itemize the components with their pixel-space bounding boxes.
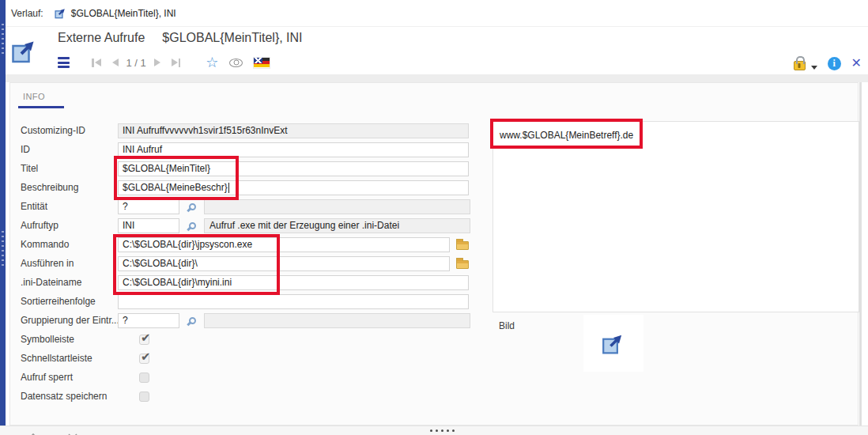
form-row: Sortierreihenfolge [21,292,495,311]
splitter-grip-dots[interactable] [430,429,455,432]
field-label: Beschreibung [21,182,118,193]
search-icon[interactable] [189,222,196,229]
vertical-scrollbar[interactable] [859,82,862,426]
form-row: Kommando C:\$GLOBAL{dir}\jpsyscon.exe [21,235,495,254]
first-record-button[interactable] [90,57,103,69]
datensatz-speichern-checkbox[interactable] [139,392,149,402]
external-link-icon [55,7,66,19]
field-label: Symbolleiste [21,334,118,345]
form-row: Datensatz speichern [21,387,495,406]
field-label: Aufruftyp [21,220,118,231]
toolbar: 1 / 1 ☆ [58,53,270,72]
header-separator [6,74,868,82]
bild-image-field[interactable] [583,315,643,372]
chevron-up-icon[interactable] [28,428,38,435]
record-header: Externe Aufrufe $GLOBAL{MeinTitel}, INI … [6,27,868,74]
id-input[interactable]: INI Aufruf [118,142,469,157]
history-item[interactable]: $GLOBAL{MeinTitel}, INI [55,7,176,19]
ausfuehren-in-input[interactable]: C:\$GLOBAL{dir}\ [118,256,450,271]
language-flag-icon[interactable] [254,58,270,68]
form-row: Schnellstartleiste ✔ [21,349,495,368]
field-label: Kommando [21,239,118,250]
customizing-id-input[interactable]: INI Aufruffvvvvvvh1svir1f515r63nInvExt [118,123,469,138]
record-form-panel: INFO Customizing-ID INI Aufruffvvvvvvh1s… [9,82,859,426]
info-icon[interactable]: i [828,57,841,70]
header-right-icons: i ✕ [794,54,862,70]
field-label: Datensatz speichern [21,391,118,402]
form-row: ID INI Aufruf [21,140,495,159]
field-label: Gruppierung der Eintr... [21,315,118,326]
entity-type-title: Externe Aufrufe [58,31,145,45]
field-label: Sortierreihenfolge [21,296,118,307]
page-title: Externe Aufrufe $GLOBAL{MeinTitel}, INI [58,31,303,45]
splitter-grip[interactable] [2,24,4,55]
lock-button[interactable] [794,55,817,70]
chevron-down-icon[interactable] [68,428,77,435]
search-icon[interactable] [189,317,196,324]
preview-eye-icon[interactable] [229,59,243,67]
form-row: .ini-Dateiname C:\$GLOBAL{dir}\myini.ini [21,273,495,292]
record-pager: 1 / 1 [126,57,146,69]
form-row: Titel $GLOBAL{MeinTitel} [21,159,495,178]
search-icon[interactable] [189,203,196,210]
lock-dropdown-caret[interactable] [811,66,817,70]
field-label: Titel [21,163,118,174]
tab-info[interactable]: INFO [23,92,45,101]
gruppierung-detail-field [204,313,470,328]
form-row: Gruppierung der Eintr... ? [21,311,495,330]
titel-input[interactable]: $GLOBAL{MeinTitel} [118,161,469,176]
entitaet-input[interactable]: ? [118,199,179,214]
form-row: Ausführen in C:\$GLOBAL{dir}\ [21,254,495,273]
schnellstartleiste-checkbox[interactable]: ✔ [139,354,149,364]
parameter-text: www.$GLOBAL{MeinBetreff}.de [500,130,633,141]
external-link-icon [602,331,625,355]
form-row: Beschreibung $GLOBAL{MeineBeschr} [21,178,495,197]
splitter-grip[interactable] [2,231,4,266]
gruppierung-input[interactable]: ? [118,313,179,328]
close-icon[interactable]: ✕ [851,57,862,70]
active-tab-underline [18,106,64,108]
text-cursor [228,183,229,193]
app-window: Verlauf: $GLOBAL{MeinTitel}, INI Externe… [0,0,868,435]
kommando-input[interactable]: C:\$GLOBAL{dir}\jpsyscon.exe [118,237,450,252]
ini-dateiname-input[interactable]: C:\$GLOBAL{dir}\myini.ini [118,275,469,290]
aufruftyp-input[interactable]: INI [118,218,179,233]
form-fields: Customizing-ID INI Aufruffvvvvvvh1svir1f… [21,121,495,406]
favorite-star-icon[interactable]: ☆ [206,55,218,70]
history-bar: Verlauf: $GLOBAL{MeinTitel}, INI [6,0,868,27]
form-row: Customizing-ID INI Aufruffvvvvvvh1svir1f… [21,121,495,140]
field-label: Aufruf sperrt [21,372,118,383]
bild-label: Bild [499,320,515,331]
aufruf-sperrt-checkbox[interactable] [139,373,149,383]
sortierreihenfolge-input[interactable] [118,294,469,309]
folder-browse-icon[interactable] [456,241,469,250]
previous-record-button[interactable] [111,57,120,68]
record-title: $GLOBAL{MeinTitel}, INI [162,31,302,45]
form-row: Symbolleiste ✔ [21,330,495,349]
entitaet-detail-field [204,199,470,214]
parameter-textarea[interactable]: www.$GLOBAL{MeinBetreff}.de [492,121,859,312]
field-label: Entität [21,201,118,212]
symbolleiste-checkbox[interactable]: ✔ [139,335,149,345]
menu-icon[interactable] [58,57,70,68]
form-row: Aufruf sperrt [21,368,495,387]
external-link-icon [11,37,38,67]
history-item-label: $GLOBAL{MeinTitel}, INI [71,8,176,19]
folder-browse-icon[interactable] [456,260,469,269]
last-record-button[interactable] [170,57,183,69]
field-label: ID [21,144,118,155]
aufruftyp-detail-field: Aufruf .exe mit der Erzeugung einer .ini… [204,218,470,233]
beschreibung-input[interactable]: $GLOBAL{MeineBeschr} [118,180,469,195]
bottom-splitter-bar [0,426,868,435]
lock-icon [794,61,806,70]
field-label: Schnellstartleiste [21,353,118,364]
form-row: Entität ? [21,197,495,216]
history-label: Verlauf: [11,8,43,19]
next-record-button[interactable] [153,57,162,68]
field-label: .ini-Dateiname [21,277,118,288]
collapsed-navigator-strip[interactable] [0,0,6,426]
field-label: Ausführen in [21,258,118,269]
field-label: Customizing-ID [21,125,118,136]
form-row: Aufruftyp INI Aufruf .exe mit der Erzeug… [21,216,495,235]
